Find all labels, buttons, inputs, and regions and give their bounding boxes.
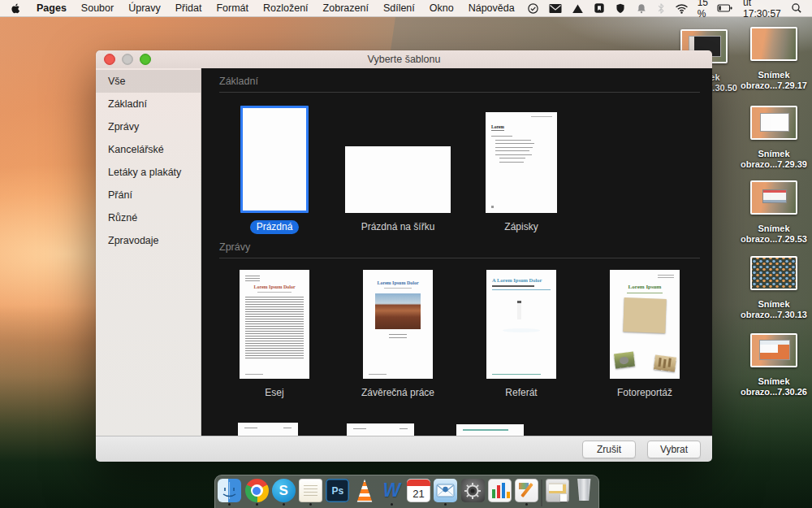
running-indicator (444, 503, 447, 506)
dock-item-calendar[interactable]: 21 (406, 479, 431, 506)
template-card-zapisky[interactable]: LoremZápisky (460, 98, 583, 234)
menu-item-upravy[interactable]: Úpravy (121, 0, 168, 16)
template-card-fotoreportaz[interactable]: Lorem IpsumFotoreportáž (583, 263, 706, 400)
checkmark-circle-icon[interactable] (522, 2, 544, 15)
template-section-zpravy: ZprávyLorem Ipsum DolorEsejLorem Ipsum D… (201, 241, 712, 400)
menu-item-pridat[interactable]: Přidat (168, 0, 209, 16)
screenshot-thumbnail (750, 106, 797, 140)
giraffe-photo (623, 297, 666, 333)
header-line (531, 116, 552, 117)
sidebar-item-letaky-a-plakaty[interactable]: Letáky a plakáty (96, 161, 201, 184)
template-card-esej[interactable]: Lorem Ipsum DolorEsej (213, 263, 336, 400)
dock-item-photoshop[interactable]: Ps (325, 479, 350, 506)
template-section-zakladni: ZákladníPrázdnáPrázdná na šířkuLoremZápi… (201, 76, 712, 234)
desktop-icon-label-line1: Snímek (741, 299, 807, 310)
menu-item-sdileni[interactable]: Sdílení (376, 0, 422, 16)
template-card-prazdna-na-sirku[interactable]: Prázdná na šířku (336, 98, 460, 234)
screenshot-preview (752, 335, 796, 366)
chart-bar (492, 489, 495, 498)
desktop-icon-obrazo-7-30-26[interactable]: Snímekobrazo...7.30.26 (729, 333, 812, 397)
sidebar-item-kancelarske[interactable]: Kancelářské (96, 138, 201, 161)
drive-triangle-icon[interactable] (567, 3, 589, 14)
sidebar-item-vse[interactable]: Vše (96, 70, 201, 93)
dock-item-pages[interactable] (514, 479, 539, 506)
template-label: Esej (258, 386, 290, 400)
dock-item-skype[interactable]: S (271, 479, 296, 506)
battery-icon (712, 2, 738, 14)
template-thumbnail[interactable] (345, 98, 451, 213)
template-thumbnail[interactable]: Lorem (486, 98, 557, 213)
desktop-icon-label: Snímekobrazo...7.29.53 (741, 224, 807, 245)
bluetooth-icon[interactable] (652, 2, 670, 15)
sidebar-item-zakladni[interactable]: Základní (96, 93, 201, 115)
photoshop-icon: Ps (326, 479, 349, 502)
dock-item-mail[interactable] (433, 479, 458, 506)
desktop-icon-obrazo-7-29-53[interactable]: Snímekobrazo...7.29.53 (729, 180, 812, 245)
template-thumbnail-partial[interactable] (456, 424, 524, 436)
page-title: Lorem Ipsum (615, 284, 674, 290)
footer-line (492, 374, 541, 375)
menu-item-zobrazeni[interactable]: Zobrazení (316, 0, 376, 16)
template-thumbnail[interactable]: A Lorem Ipsum Dolor (486, 263, 556, 379)
apple-menu-icon[interactable] (0, 2, 29, 15)
cancel-button[interactable]: Zrušit (582, 441, 636, 458)
sidebar-item-prani[interactable]: Přání (96, 184, 201, 206)
template-thumbnail-partial[interactable] (238, 423, 298, 436)
dock-item-word[interactable]: W (379, 479, 404, 506)
page-title: Lorem Ipsum Dolor (369, 280, 427, 285)
sidebar-item-ruzne[interactable]: Různé (96, 206, 201, 229)
template-label: Prázdná (250, 220, 300, 234)
subtitle-line (627, 293, 663, 293)
dock-item-system-preferences[interactable] (460, 479, 486, 506)
divider-rule (492, 289, 551, 290)
menu-bar: PagesSouborÚpravyPřidatFormátRozloženíZo… (0, 0, 812, 17)
menu-item-format[interactable]: Formát (209, 0, 256, 16)
menu-item-soubor[interactable]: Soubor (74, 0, 121, 16)
dock-item-chart[interactable] (487, 479, 512, 506)
dock-item-finder[interactable] (217, 479, 242, 506)
spotlight-search-icon[interactable] (786, 2, 807, 14)
mail-icon[interactable] (544, 3, 567, 14)
report-page: A Lorem Ipsum Dolor (486, 270, 556, 379)
section-divider (219, 92, 700, 93)
notifications-bell-icon[interactable] (631, 2, 652, 15)
menu-bar-clock[interactable]: út 17:30:57 (738, 0, 786, 20)
app-square-icon[interactable] (589, 2, 610, 14)
chrome-icon (245, 479, 269, 502)
chart-bar (497, 485, 500, 498)
menu-bar-left: PagesSouborÚpravyPřidatFormátRozloženíZo… (0, 0, 522, 16)
desktop-icon-label-line1: Snímek (741, 224, 807, 234)
template-thumbnail[interactable] (240, 98, 309, 213)
pages-icon (515, 479, 538, 502)
dialog-titlebar[interactable]: Vyberte šablonu (96, 50, 712, 69)
meerkat-photo (654, 354, 676, 371)
dock-item-chrome[interactable] (244, 479, 270, 506)
menu-item-pages[interactable]: Pages (29, 0, 74, 16)
dock-item-document-stack[interactable] (545, 479, 570, 506)
template-thumbnail[interactable]: Lorem Ipsum (610, 263, 680, 379)
dock-item-trash[interactable] (572, 479, 597, 504)
template-thumbnail[interactable]: Lorem Ipsum Dolor (240, 263, 309, 379)
sidebar-item-zpravy[interactable]: Zprávy (96, 115, 201, 138)
template-label: Fotoreportáž (611, 386, 679, 400)
shield-icon[interactable] (610, 2, 631, 15)
template-thumbnail[interactable]: Lorem Ipsum Dolor (363, 263, 433, 379)
template-thumbnail-partial[interactable] (347, 423, 414, 436)
template-card-zaverecna-prace[interactable]: Lorem Ipsum DolorZávěrečná práce (336, 263, 460, 400)
menu-item-okno[interactable]: Okno (422, 0, 461, 16)
menu-item-napoveda[interactable]: Nápověda (461, 0, 522, 16)
dock-item-vlc[interactable] (352, 479, 378, 506)
calendar-icon: 21 (407, 479, 430, 502)
wifi-icon[interactable] (670, 3, 693, 14)
dock-item-notes[interactable] (298, 479, 323, 506)
notification-center-icon[interactable] (807, 3, 812, 14)
desktop-icon-obrazo-7-30-13[interactable]: Snímekobrazo...7.30.13 (729, 256, 812, 320)
template-card-prazdna[interactable]: Prázdná (213, 98, 336, 234)
template-card-referat[interactable]: A Lorem Ipsum DolorReferát (460, 263, 583, 400)
section-divider (219, 258, 700, 258)
desktop-icon-obrazo-7-29-39[interactable]: Snímekobrazo...7.29.39 (729, 106, 812, 170)
choose-button[interactable]: Vybrat (647, 441, 701, 458)
sidebar-item-zpravodaje[interactable]: Zpravodaje (96, 229, 201, 252)
desktop-icon-obrazo-7-29-17[interactable]: Snímekobrazo...7.29.17 (729, 27, 812, 91)
menu-item-rozlozeni[interactable]: Rozložení (256, 0, 316, 16)
